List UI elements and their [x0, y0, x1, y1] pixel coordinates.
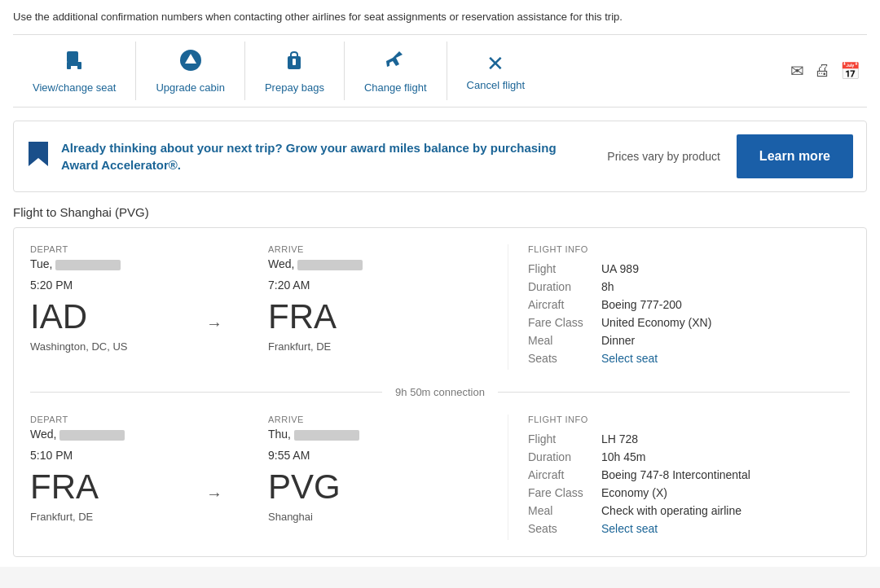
flight-key-1: Flight — [528, 262, 601, 275]
depart-label-1: DEPART — [30, 244, 161, 254]
flight-info-label-2: FLIGHT INFO — [528, 415, 850, 424]
info-row-meal-1: Meal Dinner — [528, 334, 850, 347]
print-icon[interactable]: 🖨 — [814, 61, 830, 81]
duration-val-1: 8h — [601, 280, 614, 293]
seats-val-1[interactable]: Select seat — [601, 352, 658, 365]
meal-val-2: Check with operating airline — [601, 504, 741, 517]
bookmark-icon — [27, 140, 50, 173]
change-flight-action[interactable]: Change flight — [345, 42, 447, 100]
info-row-fareclass-2: Fare Class Economy (X) — [528, 486, 850, 499]
meal-key-2: Meal — [528, 504, 601, 517]
segment-1-arrive: ARRIVE Wed, 7:20 AM FRA Frankfurt, DE — [268, 244, 398, 370]
arrow-right-icon-1: → — [206, 314, 222, 333]
arrive-city-2: Shanghai — [268, 511, 398, 523]
fareclass-val-1: United Economy (XN) — [601, 316, 711, 329]
toolbar-icons: ✉ 🖨 📅 — [790, 61, 867, 81]
flight-info-2: FLIGHT INFO Flight LH 728 Duration 10h 4… — [508, 415, 850, 540]
arrow-right-icon-2: → — [206, 485, 222, 503]
info-row-fareclass-1: Fare Class United Economy (XN) — [528, 316, 850, 329]
depart-city-2: Frankfurt, DE — [30, 511, 161, 523]
arrive-code-2: PVG — [268, 470, 398, 504]
svg-rect-3 — [67, 62, 81, 66]
segment-2-arrow: → — [193, 415, 235, 540]
change-flight-label: Change flight — [364, 81, 427, 94]
segment-2-left: DEPART Wed, 5:10 PM FRA Frankfurt, DE → … — [30, 415, 508, 540]
segment-2-depart: DEPART Wed, 5:10 PM FRA Frankfurt, DE — [30, 415, 161, 540]
info-row-aircraft-1: Aircraft Boeing 777-200 — [528, 298, 850, 311]
seats-key-2: Seats — [528, 522, 601, 535]
arrive-city-1: Frankfurt, DE — [268, 340, 398, 353]
depart-date-2: Wed, — [30, 428, 161, 441]
segment-1-arrow: → — [193, 244, 235, 370]
info-row-seats-1: Seats Select seat — [528, 352, 850, 365]
flight-key-2: Flight — [528, 432, 601, 445]
flight-segment-1: DEPART Tue, 5:20 PM IAD Washington, DC, … — [30, 244, 850, 370]
segment-2-arrive: ARRIVE Thu, 9:55 AM PVG Shanghai — [268, 415, 398, 540]
aircraft-key-2: Aircraft — [528, 468, 601, 481]
arrive-date-2: Thu, — [268, 428, 398, 441]
connection-divider: 9h 50m connection — [30, 386, 850, 398]
depart-code-1: IAD — [30, 300, 161, 334]
promo-banner: Already thinking about your next trip? G… — [13, 121, 867, 192]
arrive-time-2: 9:55 AM — [268, 449, 398, 462]
aircraft-key-1: Aircraft — [528, 298, 601, 311]
cancel-flight-action[interactable]: ✕ Cancel flight — [447, 45, 545, 98]
svg-marker-8 — [29, 142, 48, 166]
info-row-duration-2: Duration 10h 45m — [528, 450, 850, 463]
depart-time-2: 5:10 PM — [30, 449, 161, 462]
upgrade-icon — [178, 48, 203, 78]
arrive-code-1: FRA — [268, 300, 398, 334]
svg-rect-0 — [67, 51, 78, 63]
duration-key-2: Duration — [528, 450, 601, 463]
flight-val-1: UA 989 — [601, 262, 639, 275]
promo-headline: Already thinking about your next trip? G… — [61, 141, 557, 172]
learn-more-button[interactable]: Learn more — [737, 134, 853, 178]
depart-date-1: Tue, — [30, 257, 161, 270]
upgrade-cabin-action[interactable]: Upgrade cabin — [136, 42, 245, 100]
duration-val-2: 10h 45m — [601, 450, 645, 463]
info-row-duration-1: Duration 8h — [528, 280, 850, 293]
flight-val-2: LH 728 — [601, 432, 638, 445]
seats-key-1: Seats — [528, 352, 601, 365]
fareclass-val-2: Economy (X) — [601, 486, 667, 499]
upgrade-cabin-label: Upgrade cabin — [156, 81, 225, 94]
flight-segment-2: DEPART Wed, 5:10 PM FRA Frankfurt, DE → … — [30, 415, 850, 540]
plane-icon — [383, 48, 407, 78]
info-row-seats-2: Seats Select seat — [528, 522, 850, 535]
meal-val-1: Dinner — [601, 334, 635, 347]
arrive-date-1: Wed, — [268, 257, 398, 270]
aircraft-val-1: Boeing 777-200 — [601, 298, 682, 311]
view-change-seat-action[interactable]: View/change seat — [13, 42, 136, 100]
arrive-label-2: ARRIVE — [268, 415, 398, 424]
fareclass-key-2: Fare Class — [528, 486, 601, 499]
promo-text: Already thinking about your next trip? G… — [61, 139, 591, 173]
depart-time-1: 5:20 PM — [30, 279, 161, 292]
duration-key-1: Duration — [528, 280, 601, 293]
action-bar: View/change seat Upgrade cabin Prepay ba… — [13, 34, 867, 108]
info-row-aircraft-2: Aircraft Boeing 747-8 Intercontinental — [528, 468, 850, 481]
seat-icon — [62, 48, 86, 78]
top-notice: Use the additional confirmation numbers … — [13, 10, 867, 24]
meal-key-1: Meal — [528, 334, 601, 347]
seats-val-2[interactable]: Select seat — [601, 522, 658, 535]
info-row-flight-2: Flight LH 728 — [528, 432, 850, 445]
info-row-meal-2: Meal Check with operating airline — [528, 504, 850, 517]
cancel-icon: ✕ — [486, 51, 504, 76]
page-wrapper: Use the additional confirmation numbers … — [0, 0, 880, 567]
arrive-time-1: 7:20 AM — [268, 279, 398, 292]
svg-rect-7 — [293, 59, 296, 65]
info-row-flight-1: Flight UA 989 — [528, 262, 850, 275]
depart-label-2: DEPART — [30, 415, 161, 424]
prepay-bags-label: Prepay bags — [265, 81, 324, 94]
calendar-icon[interactable]: 📅 — [840, 61, 860, 81]
fareclass-key-1: Fare Class — [528, 316, 601, 329]
prepay-bags-action[interactable]: Prepay bags — [245, 42, 345, 100]
bags-icon — [282, 48, 306, 78]
email-icon[interactable]: ✉ — [790, 61, 804, 81]
cancel-flight-label: Cancel flight — [467, 79, 526, 91]
flight-info-label-1: FLIGHT INFO — [528, 244, 850, 254]
flight-info-1: FLIGHT INFO Flight UA 989 Duration 8h Ai… — [508, 244, 850, 370]
flight-card: DEPART Tue, 5:20 PM IAD Washington, DC, … — [13, 227, 867, 557]
depart-code-2: FRA — [30, 470, 161, 504]
arrive-label-1: ARRIVE — [268, 244, 398, 254]
